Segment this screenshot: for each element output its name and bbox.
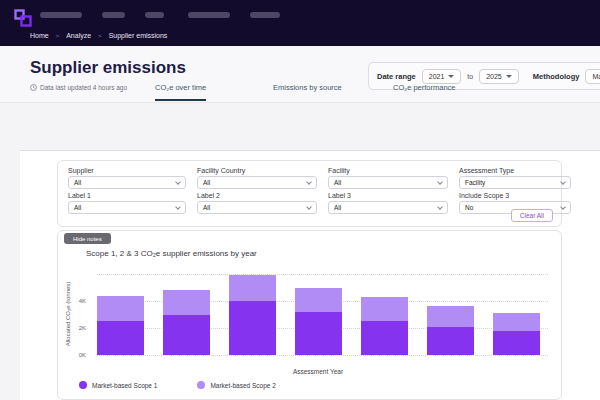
scope2-bar-segment[interactable]	[427, 306, 474, 326]
chart-title: Scope 1, 2 & 3 CO₂e supplier emissions b…	[86, 249, 257, 258]
breadcrumb-separator-icon: >	[98, 33, 102, 39]
stacked-bar[interactable]	[427, 306, 474, 355]
stacked-bar[interactable]	[493, 313, 540, 355]
y-tick-4k: 4K	[66, 298, 86, 304]
date-range-label: Date range	[377, 72, 416, 81]
chevron-down-icon	[437, 179, 443, 185]
chevron-down-icon	[560, 204, 566, 210]
tab-emissions-by-source[interactable]: Emissions by source	[273, 83, 342, 99]
facility-select[interactable]: All	[328, 176, 448, 189]
scope1-bar-segment[interactable]	[427, 327, 474, 355]
breadcrumb-current: Supplier emissions	[109, 32, 168, 39]
facility-country-select[interactable]: All	[197, 176, 317, 189]
select-value: All	[334, 179, 341, 186]
select-value: All	[334, 204, 341, 211]
filter-label: Facility Country	[197, 167, 317, 174]
nav-menu-placeholder[interactable]	[250, 12, 280, 18]
assessment-type-select[interactable]: Facility	[459, 176, 571, 189]
y-tick-0k: 0K	[66, 352, 86, 358]
label1-select[interactable]: All	[68, 201, 186, 214]
scope2-legend-dot-icon	[197, 381, 205, 389]
scope2-bar-segment[interactable]	[229, 275, 276, 301]
select-value: All	[74, 204, 81, 211]
legend-label: Market-based Scope 2	[210, 382, 275, 389]
emissions-chart-card: Scope 1, 2 & 3 CO₂e supplier emissions b…	[57, 230, 562, 400]
stacked-bar[interactable]	[229, 275, 276, 355]
filter-label: Assessment Type	[459, 167, 571, 174]
select-value: Facility	[465, 179, 485, 186]
scope2-bar-segment[interactable]	[97, 296, 144, 322]
filter-card: Supplier All Facility Country All Facili…	[57, 160, 562, 227]
methodology-value: Market based	[592, 73, 600, 80]
filter-label: Label 2	[197, 192, 317, 199]
date-to-select[interactable]: 2025	[479, 69, 519, 84]
scope1-bar-segment[interactable]	[163, 315, 210, 356]
filter-label: Facility	[328, 167, 448, 174]
filter-label: Supplier	[68, 167, 186, 174]
scope1-bar-segment[interactable]	[295, 312, 342, 355]
chart-legend: Market-based Scope 1 Market-based Scope …	[79, 381, 276, 389]
clear-all-button[interactable]: Clear All	[511, 209, 553, 222]
date-from-value: 2021	[429, 73, 445, 80]
top-nav-bar: Home > Analyze > Supplier emissions	[0, 0, 600, 46]
gridline	[97, 355, 548, 356]
chevron-down-icon	[306, 179, 312, 185]
breadcrumb-home[interactable]: Home	[30, 32, 49, 39]
methodology-select[interactable]: Market based	[585, 69, 600, 84]
chevron-down-icon	[437, 204, 443, 210]
page-title: Supplier emissions	[30, 58, 186, 78]
nav-menu-placeholder[interactable]	[188, 12, 230, 18]
select-value: All	[203, 204, 210, 211]
chevron-down-icon	[175, 179, 181, 185]
x-axis-label: Assessment Year	[258, 368, 378, 375]
scope1-bar-segment[interactable]	[97, 321, 144, 355]
breadcrumb: Home > Analyze > Supplier emissions	[30, 32, 167, 39]
supplier-select[interactable]: All	[68, 176, 186, 189]
breadcrumb-separator-icon: >	[56, 33, 60, 39]
y-tick-2k: 2K	[66, 325, 86, 331]
nav-menu-placeholder[interactable]	[145, 12, 164, 18]
filter-label: Label 3	[328, 192, 448, 199]
stacked-bar[interactable]	[361, 297, 408, 355]
scope2-bar-segment[interactable]	[163, 290, 210, 314]
breadcrumb-analyze[interactable]: Analyze	[66, 32, 91, 39]
date-from-select[interactable]: 2021	[422, 69, 462, 84]
tab-co2e-over-time[interactable]: CO₂e over time	[155, 83, 206, 101]
label3-select[interactable]: All	[328, 201, 448, 214]
app-logo-icon[interactable]	[13, 8, 33, 28]
legend-label: Market-based Scope 1	[92, 382, 157, 389]
scope2-bar-segment[interactable]	[361, 297, 408, 321]
legend-item-scope1: Market-based Scope 1	[79, 381, 157, 389]
methodology-label: Methodology	[533, 72, 580, 81]
chevron-down-icon	[175, 204, 181, 210]
select-value: All	[203, 179, 210, 186]
date-to-value: 2025	[486, 73, 502, 80]
hide-notes-button[interactable]: Hide notes	[64, 233, 111, 244]
scope1-legend-dot-icon	[79, 381, 87, 389]
clock-icon	[30, 84, 37, 91]
date-to-separator: to	[467, 73, 473, 80]
stacked-bar[interactable]	[163, 290, 210, 355]
label2-select[interactable]: All	[197, 201, 317, 214]
chevron-down-icon	[306, 204, 312, 210]
scope2-bar-segment[interactable]	[493, 313, 540, 331]
scope1-bar-segment[interactable]	[361, 321, 408, 355]
scope1-bar-segment[interactable]	[229, 301, 276, 355]
scope2-bar-segment[interactable]	[295, 288, 342, 312]
last-updated-text: Data last updated 4 hours ago	[40, 84, 127, 91]
filter-label: Include Scope 3	[459, 192, 571, 199]
stacked-bar[interactable]	[295, 288, 342, 355]
tab-co2e-performance[interactable]: CO₂e performance	[393, 83, 456, 99]
chevron-down-icon	[560, 179, 566, 185]
select-value: All	[74, 179, 81, 186]
scope1-bar-segment[interactable]	[493, 331, 540, 355]
stacked-bar[interactable]	[97, 296, 144, 355]
bar-plot-area	[97, 261, 548, 355]
nav-menu-placeholder[interactable]	[102, 12, 125, 18]
nav-menu-placeholder[interactable]	[40, 12, 82, 18]
chevron-down-icon	[506, 75, 512, 78]
last-updated-status: Data last updated 4 hours ago	[30, 84, 127, 91]
filter-label: Label 1	[68, 192, 186, 199]
legend-item-scope2: Market-based Scope 2	[197, 381, 275, 389]
chevron-down-icon	[448, 75, 454, 78]
